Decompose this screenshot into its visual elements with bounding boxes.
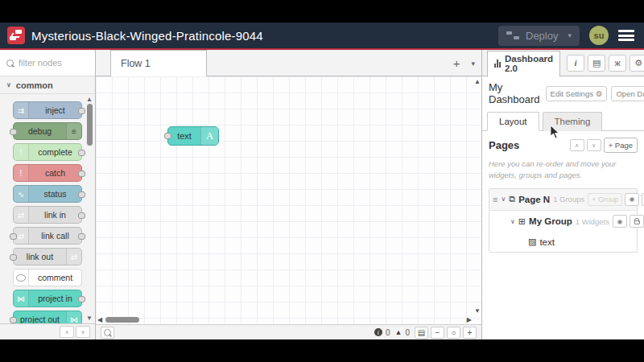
page-visibility-button[interactable]: ◉ — [625, 193, 639, 206]
open-dashboard-label: Open Dashboard — [616, 89, 644, 98]
gear-icon: ⚙ — [596, 89, 603, 98]
node-output-port[interactable] — [78, 150, 85, 156]
node-input-port[interactable] — [10, 129, 17, 135]
tree-row-group[interactable]: ∨ ⊞ My Group 1 Widgets ◉ — [489, 211, 637, 232]
user-avatar[interactable]: su — [589, 26, 609, 45]
text-widget-node[interactable]: text A — [167, 126, 219, 146]
add-flow-icon[interactable]: + — [453, 56, 460, 70]
open-dashboard-button[interactable]: Open Dashboard ↗ — [611, 86, 644, 101]
scroll-right-icon[interactable]: ▶ — [467, 316, 472, 323]
group-row-actions: ◉ — [613, 215, 644, 228]
flow-list-caret-icon[interactable]: ▾ — [471, 60, 475, 68]
palette-node-label: comment — [29, 273, 81, 282]
main-menu-icon[interactable] — [618, 30, 634, 41]
debug-tab-button[interactable]: ж — [609, 55, 626, 72]
logo-icon: ⋈ — [66, 311, 81, 323]
header: Mysterious-Black-Winged-Pratincole-9044 … — [0, 23, 644, 50]
node-input-port[interactable] — [10, 254, 17, 261]
add-group-button[interactable]: + Group — [588, 193, 622, 206]
palette-search-box[interactable] — [0, 50, 95, 76]
node-input-port[interactable] — [10, 233, 17, 240]
tab-flow-1[interactable]: Flow 1 — [110, 50, 207, 76]
search-icon — [6, 60, 14, 67]
zoom-out-button[interactable]: − — [431, 327, 444, 339]
add-page-button[interactable]: + Page — [604, 138, 638, 153]
horizontal-scrollbar[interactable]: ◀ ▶ — [96, 316, 473, 324]
search-icon — [104, 329, 111, 336]
collapse-all-button[interactable]: ∧ — [60, 326, 74, 338]
palette-node-project-out[interactable]: project out⋈ — [13, 311, 82, 323]
unlock-icon — [634, 220, 640, 224]
node-output-port[interactable] — [78, 212, 85, 219]
palette-node-label: project in — [29, 294, 81, 303]
palette-category-common[interactable]: ∨ common — [0, 76, 95, 94]
flow-canvas[interactable]: text A ▲ ▼ ◀ ▶ — [96, 76, 481, 324]
deploy-options-caret-icon[interactable]: ▾ — [568, 31, 572, 39]
text-widget-icon: A — [200, 127, 218, 145]
tab-dashboard-2[interactable]: Dashboard 2.0 — [487, 51, 560, 77]
palette-node-catch[interactable]: !catch — [13, 164, 82, 182]
node-input-port[interactable] — [164, 133, 171, 139]
chevron-down-icon[interactable]: ∨ — [510, 218, 515, 225]
sidebar-tabbar: Dashboard 2.0 i ▤ ж ⚙ ▾ — [482, 50, 644, 76]
node-output-port[interactable] — [78, 191, 85, 198]
tab-layout[interactable]: Layout — [487, 112, 539, 131]
filter-nodes-input[interactable] — [19, 58, 89, 68]
deploy-button[interactable]: Deploy ▾ — [498, 26, 580, 46]
vertical-scrollbar[interactable]: ▲ ▼ — [473, 76, 481, 316]
zoom-in-button[interactable]: + — [463, 327, 477, 339]
pulse-icon: ∿ — [14, 186, 29, 202]
horizontal-scrollbar-thumb[interactable] — [105, 317, 139, 323]
group-lock-button[interactable] — [630, 215, 644, 228]
navigator-button[interactable]: ▤ — [415, 327, 428, 339]
group-visibility-button[interactable]: ◉ — [613, 215, 627, 228]
scroll-left-icon[interactable]: ◀ — [97, 316, 102, 323]
scroll-up-icon[interactable]: ▲ — [474, 78, 481, 85]
node-output-port[interactable] — [78, 108, 85, 114]
palette-node-debug[interactable]: debug≡ — [13, 122, 82, 140]
node-output-port[interactable] — [78, 233, 85, 240]
palette-node-project-in[interactable]: ⋈project in — [13, 290, 82, 307]
move-page-up-button[interactable]: ∧ — [570, 139, 584, 151]
info-tab-button[interactable]: i — [567, 55, 584, 72]
config-tab-button[interactable]: ⚙ — [630, 55, 644, 72]
drag-handle-icon[interactable]: ≡ — [493, 195, 497, 204]
node-label: text — [168, 131, 200, 141]
node-input-port[interactable] — [10, 317, 17, 323]
node-output-port[interactable] — [78, 171, 85, 177]
search-flows-button[interactable] — [101, 327, 114, 339]
group-icon: ⊞ — [518, 216, 526, 227]
zoom-reset-button[interactable]: ○ — [447, 327, 460, 339]
palette-node-label: project out — [14, 315, 66, 323]
palette-node-label: complete — [29, 147, 81, 157]
palette-footer: ∧ ∨ — [0, 323, 95, 339]
workspace-column: Flow 1 + ▾ text A ▲ ▼ ◀ — [96, 50, 481, 339]
palette-node-link-call[interactable]: ⇄link call — [13, 227, 82, 245]
palette-node-link-in[interactable]: ⇄link in — [13, 206, 82, 224]
chevron-down-icon: ∨ — [6, 81, 11, 88]
layout-theming-tabs: Layout Theming — [482, 111, 644, 131]
move-page-down-button[interactable]: ∨ — [587, 139, 601, 151]
tree-row-page[interactable]: ≡ ∨ ⧉ Page N 1 Groups + Group ◉ — [489, 189, 637, 211]
palette-node-list: ⇉injectdebug≡!complete!catch∿status⇄link… — [0, 94, 95, 323]
palette-node-inject[interactable]: ⇉inject — [13, 101, 82, 119]
palette-scrollbar-thumb[interactable] — [87, 104, 93, 146]
canvas-footer: i 0 ▲ 0 ▤ − ○ + — [96, 324, 481, 339]
palette-node-complete[interactable]: !complete — [13, 143, 82, 161]
scroll-down-icon[interactable]: ▼ — [474, 307, 481, 315]
palette-node-link-out[interactable]: link out⇄ — [13, 248, 82, 265]
exclaim-icon: ! — [14, 144, 29, 160]
edit-settings-button[interactable]: Edit Settings ⚙ — [546, 86, 608, 101]
palette-node-status[interactable]: ∿status — [13, 185, 82, 203]
chevron-down-icon[interactable]: ∨ — [501, 195, 506, 203]
node-red-app: Mysterious-Black-Winged-Pratincole-9044 … — [0, 23, 644, 339]
expand-all-button[interactable]: ∨ — [76, 326, 90, 338]
tree-row-widget[interactable]: ▨ text — [489, 232, 637, 252]
palette-node-comment[interactable]: comment — [13, 269, 82, 286]
node-output-port[interactable] — [78, 296, 85, 302]
palette-scroll-up-icon[interactable]: ▲ — [86, 96, 93, 103]
palette-scroll-down-icon[interactable]: ▼ — [86, 315, 93, 322]
info-count: 0 — [386, 328, 390, 337]
help-tab-button[interactable]: ▤ — [588, 55, 605, 72]
page-icon: ⧉ — [509, 194, 515, 204]
